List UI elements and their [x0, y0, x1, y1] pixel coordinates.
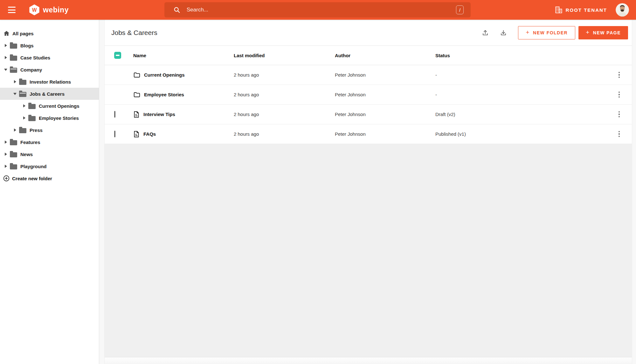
folder-icon [10, 44, 17, 49]
search-icon [173, 6, 180, 13]
sidebar-item-current-openings[interactable]: Current Openings [0, 100, 99, 112]
topbar-right-cluster: ROOT TENANT [555, 3, 629, 17]
sidebar-item-playground[interactable]: Playground [0, 160, 99, 172]
chevron-right-icon[interactable] [22, 104, 26, 107]
row-modified: 2 hours ago [234, 92, 335, 97]
folder-open-icon [19, 92, 26, 97]
folder-outline-icon [133, 91, 140, 98]
row-status: Published (v1) [435, 131, 606, 137]
row-modified: 2 hours ago [234, 112, 335, 117]
sidebar-item-company[interactable]: Company [0, 64, 99, 76]
row-menu-kebab-icon[interactable] [617, 129, 622, 139]
sidebar-item-features[interactable]: Features [0, 136, 99, 148]
folder-icon [28, 104, 36, 109]
menu-icon[interactable] [8, 7, 16, 13]
table-row[interactable]: Interview Tips 2 hours ago Peter Johnson… [105, 105, 632, 124]
folder-icon [19, 80, 26, 85]
row-author: Peter Johnson [335, 92, 435, 97]
row-name[interactable]: Employee Stories [144, 92, 184, 97]
row-name[interactable]: Interview Tips [143, 112, 175, 117]
sidebar-item-case-studies[interactable]: Case Studies [0, 52, 99, 64]
tenant-label: ROOT TENANT [566, 7, 607, 13]
row-menu-kebab-icon[interactable] [617, 109, 622, 120]
folder-open-icon [10, 68, 17, 73]
folder-icon [10, 152, 17, 157]
import-button[interactable] [478, 26, 492, 40]
row-modified: 2 hours ago [234, 131, 335, 137]
sidebar-item-investor-relations[interactable]: Investor Relations [0, 76, 99, 88]
plus-icon: + [586, 29, 590, 36]
sidebar-item-blogs[interactable]: Blogs [0, 39, 99, 52]
table-row[interactable]: Current Openings 2 hours ago Peter Johns… [105, 65, 632, 85]
tenant-building-icon [555, 6, 563, 13]
chevron-right-icon[interactable] [4, 141, 8, 144]
row-name[interactable]: Current Openings [144, 72, 185, 78]
chevron-right-icon[interactable] [4, 56, 8, 59]
folder-icon [10, 56, 17, 61]
row-status: Draft (v2) [435, 112, 606, 117]
row-menu-kebab-icon[interactable] [617, 90, 622, 100]
svg-text:W: W [32, 7, 37, 13]
sidebar-item-jobs-careers[interactable]: Jobs & Careers [0, 88, 99, 100]
chevron-right-icon[interactable] [13, 80, 17, 83]
create-new-folder-button[interactable]: Create new folder [0, 172, 99, 184]
folder-icon [10, 140, 17, 145]
sidebar-item-press[interactable]: Press [0, 124, 99, 136]
main-scrollbar-gutter[interactable] [632, 20, 636, 364]
main-content: Jobs & Careers + [105, 20, 636, 364]
circle-plus-icon [3, 175, 10, 182]
sidebar-scrollbar-gutter[interactable] [99, 20, 105, 364]
folder-icon [19, 128, 26, 133]
row-checkbox[interactable] [114, 111, 115, 118]
column-header-author[interactable]: Author [335, 53, 435, 58]
search-input[interactable] [187, 7, 456, 13]
page-header: Jobs & Careers + [105, 20, 632, 45]
row-author: Peter Johnson [335, 112, 435, 117]
chevron-right-icon[interactable] [4, 165, 8, 168]
chevron-right-icon[interactable] [13, 128, 17, 132]
folder-outline-icon [133, 72, 140, 79]
webiny-logo[interactable]: W webiny [29, 4, 69, 16]
chevron-right-icon[interactable] [4, 153, 8, 156]
column-header-name[interactable]: Name [133, 53, 234, 58]
export-button[interactable] [496, 26, 510, 40]
slash-shortcut-badge: / [456, 5, 464, 14]
row-modified: 2 hours ago [234, 72, 335, 78]
folder-icon [10, 164, 17, 169]
plus-icon: + [526, 29, 530, 36]
row-checkbox[interactable] [114, 131, 115, 137]
folder-icon [28, 116, 36, 121]
chevron-down-icon[interactable] [4, 69, 8, 71]
row-status: - [435, 72, 606, 78]
sidebar-item-all-pages[interactable]: All pages [0, 27, 99, 39]
table-header-row: Name Last modified Author Status [105, 45, 632, 65]
header-actions: + NEW FOLDER + NEW PAGE [478, 26, 628, 40]
column-header-status[interactable]: Status [435, 53, 606, 58]
row-menu-kebab-icon[interactable] [617, 70, 622, 80]
table-row[interactable]: Employee Stories 2 hours ago Peter Johns… [105, 85, 632, 105]
brand-wordmark: webiny [43, 6, 69, 14]
row-name[interactable]: FAQs [143, 131, 156, 137]
home-icon [3, 30, 10, 37]
webiny-hexagon-icon: W [29, 4, 40, 16]
sidebar-item-employee-stories[interactable]: Employee Stories [0, 112, 99, 124]
row-author: Peter Johnson [335, 72, 435, 78]
upload-icon [482, 29, 489, 36]
row-author: Peter Johnson [335, 131, 435, 137]
row-status: - [435, 92, 606, 97]
column-header-last-modified[interactable]: Last modified [234, 53, 335, 58]
table-row[interactable]: FAQs 2 hours ago Peter Johnson Published… [105, 124, 632, 144]
chevron-right-icon[interactable] [22, 116, 26, 120]
new-page-button[interactable]: + NEW PAGE [578, 26, 628, 39]
download-icon [500, 29, 507, 36]
chevron-down-icon[interactable] [13, 93, 17, 95]
tenant-selector[interactable]: ROOT TENANT [555, 6, 607, 13]
page-outline-icon [133, 111, 140, 118]
bottom-scrollbar-strip[interactable] [105, 357, 632, 364]
chevron-right-icon[interactable] [4, 44, 8, 47]
search-bar[interactable]: / [164, 2, 471, 17]
select-all-checkbox[interactable] [114, 52, 121, 59]
user-avatar[interactable] [616, 3, 629, 17]
sidebar-item-news[interactable]: News [0, 148, 99, 160]
new-folder-button[interactable]: + NEW FOLDER [518, 26, 575, 39]
